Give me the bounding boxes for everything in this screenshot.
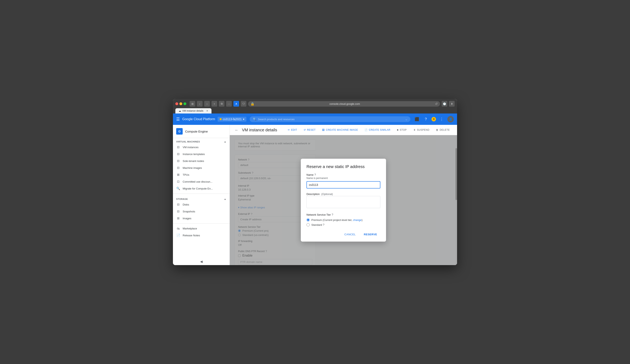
edit-button[interactable]: ✏ EDIT: [285, 127, 300, 133]
sidebar-item-committed-use[interactable]: ⊡ Committed use discoun...: [173, 178, 230, 185]
notification-badge[interactable]: 3: [432, 117, 436, 121]
dialog-overlay: Reserve a new static IP address Name ? N…: [230, 135, 457, 265]
name-help-icon[interactable]: ?: [314, 173, 316, 176]
sidebar-item-sole-tenant-nodes[interactable]: ⊟ Sole-tenant nodes: [173, 158, 230, 164]
delete-button[interactable]: 🗑 DELETE: [434, 127, 452, 133]
sidebar-toggle-btn[interactable]: ⊞: [190, 101, 195, 107]
minimize-button[interactable]: [180, 102, 182, 105]
description-field-group: Description (Optional): [306, 192, 380, 213]
description-optional-text: (Optional): [321, 192, 333, 195]
address-bar[interactable]: 🔒 console.cloud.google.com ↺: [248, 101, 440, 107]
extension-btn1[interactable]: A: [234, 101, 239, 107]
extension-btn2[interactable]: 🛡: [241, 101, 246, 107]
gcp-search-bar[interactable]: 🔍 Search products and resources ⌵: [250, 116, 410, 122]
cancel-dialog-button[interactable]: CANCEL: [341, 231, 359, 237]
hamburger-menu-icon[interactable]: ☰: [176, 117, 180, 122]
name-field-label: Name ?: [306, 173, 380, 176]
reserve-static-ip-dialog: Reserve a new static IP address Name ? N…: [301, 159, 386, 242]
vm-section-collapse-icon[interactable]: ▲: [224, 141, 226, 143]
tab-close-icon[interactable]: ✕: [206, 109, 208, 112]
network-service-tier-dialog-group: Network Service Tier ? Premium (Current …: [306, 213, 380, 226]
more-options-btn[interactable]: ⋮: [438, 116, 445, 122]
vm-instances-icon: ⊟: [176, 145, 180, 149]
tab-favicon: ☁: [178, 109, 181, 112]
close-button[interactable]: [175, 102, 178, 105]
sidebar-item-label-release-notes: Release Notes: [183, 234, 200, 237]
name-input[interactable]: [306, 181, 380, 188]
dialog-standard-radio[interactable]: [306, 223, 310, 226]
sidebar-item-label-tpus: TPUs: [183, 173, 189, 176]
search-placeholder: Search products and resources: [258, 118, 295, 121]
storage-section-label: Storage ▲: [173, 195, 230, 201]
standard-help-icon[interactable]: ?: [323, 223, 324, 226]
reset-button[interactable]: ↺ RESET: [301, 127, 318, 133]
instance-templates-icon: ⊟: [176, 152, 180, 156]
sidebar-item-machine-images[interactable]: ⊟ Machine images: [173, 164, 230, 171]
reset-icon: ↺: [304, 129, 306, 131]
sidebar-item-label-disks: Disks: [183, 203, 189, 206]
dialog-network-tier-label: Network Service Tier ?: [306, 213, 380, 216]
suspend-button[interactable]: ⏸ SUSPEND: [411, 127, 432, 133]
history-btn[interactable]: 🕐: [442, 101, 447, 107]
sidebar-item-tpus[interactable]: ⊠ TPUs: [173, 171, 230, 178]
sidebar-collapse-button[interactable]: ◀: [173, 258, 230, 265]
sidebar-item-disks[interactable]: ⊟ Disks: [173, 201, 230, 208]
create-similar-button[interactable]: 📄 CREATE SIMILAR: [362, 127, 393, 133]
user-avatar[interactable]: 👤: [447, 116, 454, 122]
dialog-radio-group: Premium (Current project-level tier, cha…: [306, 218, 380, 226]
tpus-icon: ⊠: [176, 173, 180, 177]
help-btn[interactable]: ?: [422, 116, 429, 122]
disks-icon: ⊟: [176, 203, 180, 206]
storage-section-collapse-icon[interactable]: ▲: [224, 198, 226, 200]
delete-label: DELETE: [440, 129, 450, 131]
sidebar-item-instance-templates[interactable]: ⊟ Instance templates: [173, 151, 230, 158]
back-browser-btn[interactable]: ‹: [197, 101, 202, 107]
release-notes-icon: 📄: [176, 233, 180, 237]
edit-label: EDIT: [291, 129, 297, 131]
sidebar-item-release-notes[interactable]: 📄 Release Notes: [173, 232, 230, 239]
sidebar-item-snapshots[interactable]: ⊟ Snapshots: [173, 208, 230, 215]
cloud-shell-btn[interactable]: ⬛: [414, 116, 420, 122]
back-button[interactable]: ←: [235, 128, 239, 132]
share-btn[interactable]: ⬆: [449, 101, 455, 107]
sidebar-item-label-migrate: Migrate for Compute En...: [183, 187, 213, 190]
reserve-button[interactable]: RESERVE: [361, 231, 380, 237]
gcp-nav-right: ⬛ ? 3 ⋮ 👤: [414, 116, 454, 122]
description-input[interactable]: [306, 196, 380, 208]
migrate-icon: 🔍: [176, 187, 180, 190]
dialog-network-tier-help-icon[interactable]: ?: [332, 213, 333, 216]
sidebar-item-label-sole-tenant: Sole-tenant nodes: [183, 160, 204, 163]
active-tab[interactable]: ☁ VM instance details ✕: [175, 108, 212, 114]
description-field-label: Description (Optional): [306, 192, 380, 195]
dialog-premium-radio[interactable]: [306, 218, 310, 221]
project-selector[interactable]: cs3113-fa2021 ▾: [218, 117, 246, 122]
sidebar-item-label-machine-images: Machine images: [183, 166, 202, 170]
sidebar: ⚙ Compute Engine Virtual machines ▲ ⊟ VM…: [173, 125, 230, 265]
more-btn[interactable]: ···: [226, 101, 232, 107]
vm-section-title: Virtual machines: [176, 141, 200, 143]
chevron-down-icon: ▾: [243, 118, 244, 121]
create-machine-image-button[interactable]: 🖼 CREATE MACHINE IMAGE: [320, 127, 360, 133]
sidebar-item-vm-instances[interactable]: ⊟ VM instances: [173, 144, 230, 151]
copy-btn[interactable]: ⧉: [219, 101, 224, 107]
stop-button[interactable]: ■ STOP: [394, 127, 409, 133]
refresh-icon[interactable]: ↺: [435, 102, 438, 106]
vm-section-label: Virtual machines ▲: [173, 138, 230, 144]
snapshots-icon: ⊟: [176, 209, 180, 213]
forward-browser-btn[interactable]: ›: [204, 101, 210, 107]
name-hint: Name is permanent: [306, 177, 380, 180]
browser-tab-bar: ☁ VM instance details ✕: [175, 108, 455, 114]
sidebar-item-images[interactable]: ⊞ Images: [173, 215, 230, 222]
traffic-lights: [175, 102, 186, 105]
maximize-button[interactable]: [184, 102, 186, 105]
sidebar-item-marketplace[interactable]: 🛍 Marketplace: [173, 225, 230, 232]
sidebar-item-migrate[interactable]: 🔍 Migrate for Compute En...: [173, 185, 230, 192]
content-area: ← VM instance details ✏ EDIT ↺ RESET 🖼 C…: [230, 125, 457, 265]
new-tab-btn[interactable]: +: [212, 101, 217, 107]
dialog-premium-label: Premium (Current project-level tier, cha…: [311, 218, 362, 221]
project-name: cs3113-fa2021: [223, 118, 242, 121]
page-header: ← VM instance details ✏ EDIT ↺ RESET 🖼 C…: [230, 125, 457, 135]
stop-label: STOP: [400, 129, 406, 131]
reset-label: RESET: [307, 129, 316, 131]
change-tier-link[interactable]: change: [353, 218, 362, 221]
